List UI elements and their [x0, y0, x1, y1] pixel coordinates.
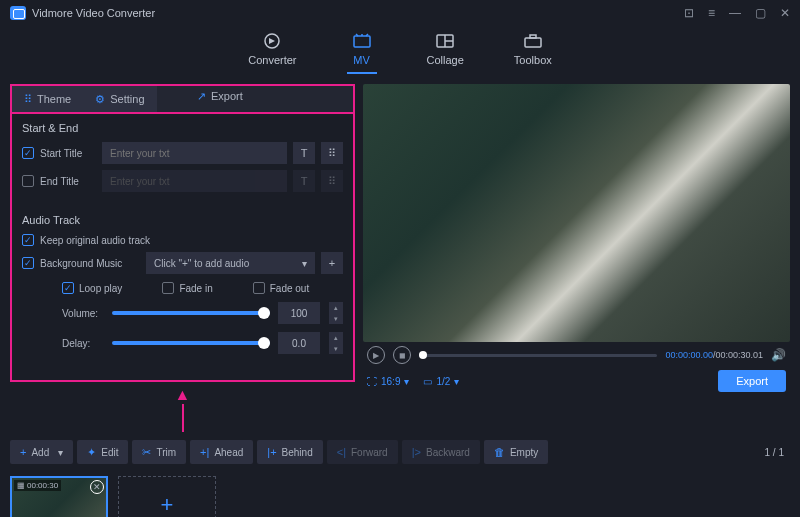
text-style-button[interactable]: T [293, 142, 315, 164]
start-title-input[interactable] [102, 142, 287, 164]
end-title-row: End Title T ⠿ [22, 170, 343, 192]
arrow-annotation: ▲ [10, 386, 355, 432]
gear-icon: ⚙ [95, 93, 105, 106]
svg-rect-5 [525, 38, 541, 47]
add-button[interactable]: +Add▾ [10, 440, 73, 464]
edit-icon: ✦ [87, 446, 96, 459]
subtab-theme[interactable]: ⠿ Theme [12, 86, 83, 112]
text-options-button[interactable]: ⠿ [321, 142, 343, 164]
chevron-down-icon: ▾ [404, 376, 409, 387]
ahead-icon: +| [200, 446, 209, 458]
volume-label: Volume: [62, 308, 104, 319]
export-icon: ↗ [197, 90, 206, 103]
tab-mv[interactable]: MV [347, 32, 377, 74]
minimize-icon[interactable]: — [729, 6, 741, 20]
mv-icon [351, 32, 373, 50]
fade-in-checkbox[interactable] [162, 282, 174, 294]
end-title-checkbox[interactable] [22, 175, 34, 187]
scissors-icon: ✂ [142, 446, 151, 459]
backward-button[interactable]: |>Backward [402, 440, 480, 464]
behind-icon: |+ [267, 446, 276, 458]
bg-music-checkbox[interactable] [22, 257, 34, 269]
main-tabs: Converter MV Collage Toolbox [0, 26, 800, 84]
volume-step-up[interactable]: ▴ [329, 302, 343, 313]
start-title-label: Start Title [40, 148, 96, 159]
trim-button[interactable]: ✂Trim [132, 440, 186, 464]
close-icon[interactable]: ✕ [780, 6, 790, 20]
volume-value[interactable]: 100 [278, 302, 320, 324]
theme-icon: ⠿ [24, 93, 32, 106]
film-icon: ▦ [17, 481, 25, 490]
tab-collage[interactable]: Collage [427, 32, 464, 74]
fade-out-checkbox[interactable] [253, 282, 265, 294]
stop-button[interactable]: ◼ [393, 346, 411, 364]
start-title-row: Start Title T ⠿ [22, 142, 343, 164]
progress-bar[interactable] [419, 354, 657, 357]
delay-step-up[interactable]: ▴ [329, 332, 343, 343]
subtab-export[interactable]: ↗ Export [185, 82, 255, 110]
delay-slider[interactable] [112, 341, 270, 345]
dropdown-text: Click "+" to add audio [154, 258, 249, 269]
export-button[interactable]: Export [718, 370, 786, 392]
edit-button[interactable]: ✦Edit [77, 440, 128, 464]
scale-value: 1/2 [436, 376, 450, 387]
delay-value[interactable]: 0.0 [278, 332, 320, 354]
bg-music-label: Background Music [40, 258, 140, 269]
bg-music-row: Background Music Click "+" to add audio … [22, 252, 343, 274]
remove-clip-button[interactable]: ✕ [90, 480, 104, 494]
maximize-icon[interactable]: ▢ [755, 6, 766, 20]
bg-music-dropdown[interactable]: Click "+" to add audio [146, 252, 315, 274]
clip-thumbnails: ▦00:00:30 ✕ ▷ 🔇 ✦ ✂ + [0, 472, 800, 517]
loop-play-checkbox[interactable] [62, 282, 74, 294]
tab-label: MV [353, 54, 370, 66]
text-style-button[interactable]: T [293, 170, 315, 192]
tab-toolbox[interactable]: Toolbox [514, 32, 552, 74]
keep-original-row: Keep original audio track [22, 234, 343, 246]
app-logo-icon [10, 6, 26, 20]
settings-highlight-box: ⠿ Theme ⚙ Setting Start & End Start Titl… [10, 84, 355, 382]
ahead-button[interactable]: +|Ahead [190, 440, 253, 464]
title-bar: Vidmore Video Converter ⊡ ≡ — ▢ ✕ [0, 0, 800, 26]
tab-label: Toolbox [514, 54, 552, 66]
volume-row: Volume: 100 ▴▾ [22, 302, 343, 324]
add-audio-button[interactable]: + [321, 252, 343, 274]
tab-label: Collage [427, 54, 464, 66]
forward-button[interactable]: <|Forward [327, 440, 398, 464]
playback-controls: ▶ ◼ 00:00:00.00/00:00:30.01 🔊 [363, 342, 790, 368]
volume-step-down[interactable]: ▾ [329, 313, 343, 324]
tab-label: Converter [248, 54, 296, 66]
aspect-value: 16:9 [381, 376, 400, 387]
tab-converter[interactable]: Converter [248, 32, 296, 74]
active-underline [347, 72, 377, 74]
subtab-setting[interactable]: ⚙ Setting [83, 86, 156, 112]
volume-slider[interactable] [112, 311, 270, 315]
behind-button[interactable]: |+Behind [257, 440, 322, 464]
start-title-checkbox[interactable] [22, 147, 34, 159]
chevron-down-icon: ▾ [454, 376, 459, 387]
delay-label: Delay: [62, 338, 104, 349]
clip-thumbnail[interactable]: ▦00:00:30 ✕ ▷ 🔇 ✦ ✂ [10, 476, 108, 517]
section-title: Audio Track [22, 214, 343, 226]
empty-button[interactable]: 🗑Empty [484, 440, 548, 464]
scale-dropdown[interactable]: ▭ 1/2 ▾ [423, 376, 459, 387]
delay-row: Delay: 0.0 ▴▾ [22, 332, 343, 354]
volume-icon[interactable]: 🔊 [771, 348, 786, 362]
keep-original-checkbox[interactable] [22, 234, 34, 246]
start-end-section: Start & End Start Title T ⠿ End Title T … [12, 114, 353, 206]
delay-step-down[interactable]: ▾ [329, 343, 343, 354]
chevron-down-icon: ▾ [58, 447, 63, 458]
end-title-input[interactable] [102, 170, 287, 192]
svg-rect-6 [530, 35, 536, 38]
audio-track-section: Audio Track Keep original audio track Ba… [12, 206, 353, 370]
menu-icon[interactable]: ≡ [708, 6, 715, 20]
trash-icon: 🗑 [494, 446, 505, 458]
aspect-icon: ⛶ [367, 376, 377, 387]
feedback-icon[interactable]: ⊡ [684, 6, 694, 20]
bottom-toolbar: +Add▾ ✦Edit ✂Trim +|Ahead |+Behind <|For… [0, 432, 800, 472]
aspect-ratio-dropdown[interactable]: ⛶ 16:9 ▾ [367, 376, 409, 387]
text-options-button[interactable]: ⠿ [321, 170, 343, 192]
play-button[interactable]: ▶ [367, 346, 385, 364]
add-clip-button[interactable]: + [118, 476, 216, 517]
section-title: Start & End [22, 122, 343, 134]
video-preview[interactable] [363, 84, 790, 342]
